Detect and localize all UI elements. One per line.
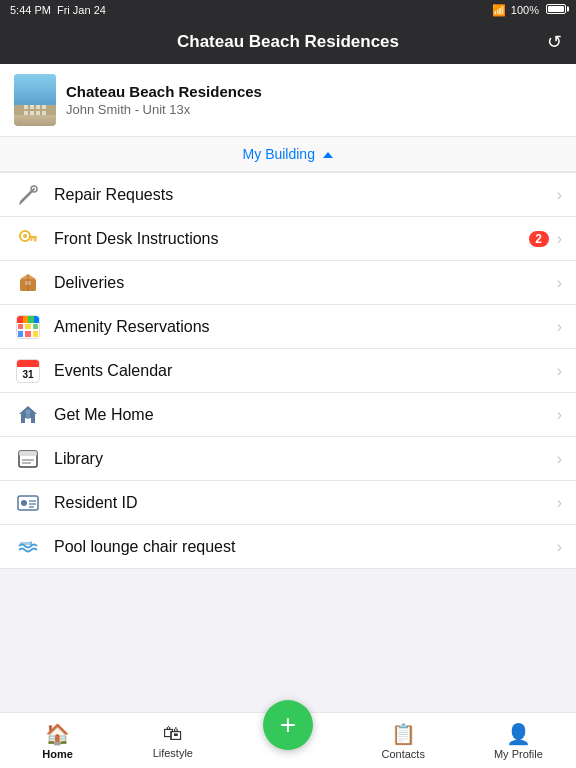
refresh-button[interactable]: ↺ [547, 31, 562, 53]
svg-rect-6 [29, 236, 37, 239]
amenity-calendar-icon [14, 313, 42, 341]
lifestyle-tab-icon: 🛍 [163, 722, 183, 745]
library-icon [14, 445, 42, 473]
tab-myprofile[interactable]: 👤 My Profile [461, 722, 576, 760]
chevron-icon: › [557, 318, 562, 336]
residentid-label: Resident ID [54, 494, 557, 512]
svg-rect-8 [31, 238, 33, 241]
tab-contacts[interactable]: 📋 Contacts [346, 722, 461, 760]
collapse-icon [323, 152, 333, 158]
frontdesk-badge: 2 [529, 231, 549, 247]
fab-button[interactable]: + [263, 700, 313, 750]
my-building-label: My Building [243, 146, 315, 162]
chevron-icon: › [557, 538, 562, 556]
battery-icon-container [544, 4, 566, 16]
menu-list: Repair Requests › Front Desk Instruction… [0, 172, 576, 569]
menu-item-amenity[interactable]: Amenity Reservations › [0, 305, 576, 349]
fab-plus-icon: + [280, 711, 296, 739]
building-header: Chateau Beach Residences John Smith - Un… [0, 64, 576, 137]
menu-item-deliveries[interactable]: Deliveries › [0, 261, 576, 305]
nav-title: Chateau Beach Residences [177, 32, 399, 52]
getmehome-icon [14, 401, 42, 429]
battery-percent: 100% [511, 4, 539, 16]
key-icon [14, 225, 42, 253]
amenity-label: Amenity Reservations [54, 318, 557, 336]
home-tab-label: Home [42, 748, 73, 760]
contacts-tab-icon: 📋 [391, 722, 416, 746]
status-date: Fri Jan 24 [57, 4, 106, 16]
menu-item-residentid[interactable]: Resident ID › [0, 481, 576, 525]
status-bar: 5:44 PM Fri Jan 24 📶 100% [0, 0, 576, 20]
frontdesk-label: Front Desk Instructions [54, 230, 529, 248]
pool-label: Pool lounge chair request [54, 538, 557, 556]
my-building-toggle[interactable]: My Building [0, 137, 576, 172]
repair-label: Repair Requests [54, 186, 557, 204]
svg-rect-17 [19, 451, 37, 456]
contacts-tab-label: Contacts [382, 748, 425, 760]
events-calendar-icon: 31 [14, 357, 42, 385]
chevron-icon: › [557, 230, 562, 248]
residentid-icon [14, 489, 42, 517]
chevron-icon: › [557, 494, 562, 512]
chevron-icon: › [557, 406, 562, 424]
menu-item-getmehome[interactable]: Get Me Home › [0, 393, 576, 437]
pool-icon [14, 533, 42, 561]
svg-line-0 [21, 192, 31, 202]
svg-point-21 [21, 500, 27, 506]
chevron-icon: › [557, 362, 562, 380]
deliveries-icon [14, 269, 42, 297]
deliveries-label: Deliveries [54, 274, 557, 292]
tab-lifestyle[interactable]: 🛍 Lifestyle [115, 722, 230, 759]
tab-home[interactable]: 🏠 Home [0, 722, 115, 760]
resident-info: John Smith - Unit 13x [66, 102, 562, 117]
myprofile-tab-icon: 👤 [506, 722, 531, 746]
library-label: Library [54, 450, 557, 468]
svg-rect-12 [25, 281, 31, 285]
getmehome-label: Get Me Home [54, 406, 557, 424]
myprofile-tab-label: My Profile [494, 748, 543, 760]
gray-area [0, 569, 576, 712]
menu-item-repair[interactable]: Repair Requests › [0, 173, 576, 217]
chevron-icon: › [557, 274, 562, 292]
svg-point-5 [23, 234, 27, 238]
events-label: Events Calendar [54, 362, 557, 380]
building-thumbnail [14, 74, 56, 126]
menu-item-pool[interactable]: Pool lounge chair request › [0, 525, 576, 569]
menu-item-events[interactable]: 31 Events Calendar › [0, 349, 576, 393]
menu-item-library[interactable]: Library › [0, 437, 576, 481]
nav-bar: Chateau Beach Residences ↺ [0, 20, 576, 64]
home-tab-icon: 🏠 [45, 722, 70, 746]
chevron-icon: › [557, 186, 562, 204]
repair-icon [14, 181, 42, 209]
svg-rect-26 [30, 541, 32, 546]
lifestyle-tab-label: Lifestyle [153, 747, 193, 759]
status-time: 5:44 PM [10, 4, 51, 16]
svg-line-3 [20, 202, 21, 204]
svg-point-14 [26, 409, 31, 414]
chevron-icon: › [557, 450, 562, 468]
wifi-icon: 📶 [492, 4, 506, 17]
svg-rect-15 [26, 414, 30, 419]
building-name: Chateau Beach Residences [66, 83, 562, 100]
svg-rect-7 [34, 238, 37, 241]
menu-item-frontdesk[interactable]: Front Desk Instructions 2 › [0, 217, 576, 261]
